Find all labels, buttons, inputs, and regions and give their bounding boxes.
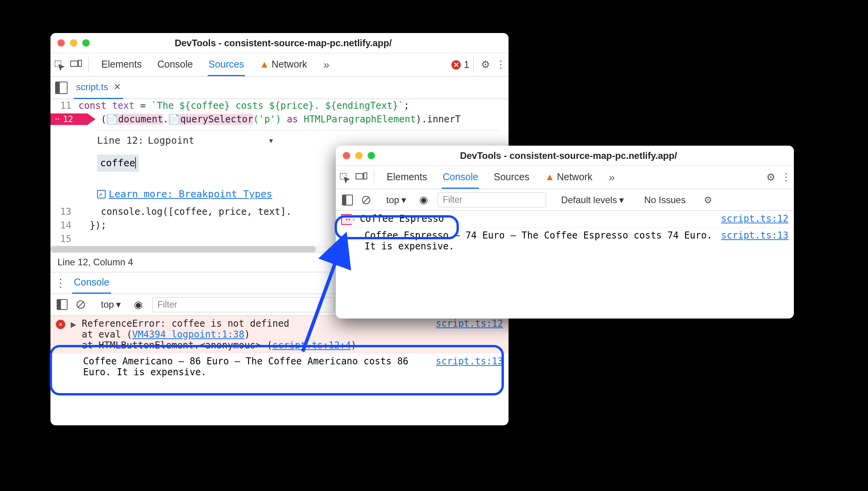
issues-link[interactable]: No Issues: [639, 195, 691, 205]
inspect-icon[interactable]: [50, 56, 68, 73]
context-selector[interactable]: top▾: [382, 195, 410, 205]
kebab-icon[interactable]: ⋮: [55, 277, 66, 289]
line-number: 13: [50, 205, 78, 219]
kebab-icon[interactable]: ⋮: [778, 171, 794, 183]
svg-rect-1: [71, 61, 78, 66]
logpoint-input[interactable]: coffee: [97, 155, 139, 172]
live-expression-icon[interactable]: ◉: [419, 194, 428, 206]
svg-line-9: [363, 197, 369, 203]
svg-line-4: [78, 302, 83, 308]
chevron-down-icon: ▾: [619, 195, 624, 205]
clear-console-icon[interactable]: [74, 298, 88, 312]
error-message: ReferenceError: coffee is not defined: [82, 318, 430, 329]
device-icon[interactable]: [68, 56, 85, 73]
source-link[interactable]: script.ts:12: [436, 318, 503, 329]
panel-tabs: Elements Console Sources ▲Network: [378, 166, 601, 189]
svg-rect-2: [78, 60, 82, 66]
device-icon[interactable]: [353, 169, 370, 186]
annotation-highlight: [335, 215, 459, 239]
error-icon: ✕: [56, 320, 65, 329]
error-circle-icon: ✕: [451, 60, 461, 70]
kebab-icon[interactable]: ⋮: [493, 59, 509, 71]
live-expression-icon[interactable]: ◉: [134, 299, 143, 311]
file-name: script.ts: [76, 82, 108, 92]
traffic-lights: [50, 39, 97, 47]
tab-network[interactable]: ▲Network: [259, 54, 308, 76]
tab-sources[interactable]: Sources: [493, 166, 530, 189]
titlebar: DevTools - consistent-source-map-pc.netl…: [50, 33, 509, 53]
source-link[interactable]: script.ts:12: [721, 213, 788, 224]
context-selector[interactable]: top▾: [97, 299, 125, 310]
tab-elements[interactable]: Elements: [101, 54, 142, 76]
close-icon[interactable]: [343, 152, 350, 159]
close-icon[interactable]: [57, 39, 65, 47]
tab-console[interactable]: Console: [156, 54, 194, 76]
cursor-position: Line 12, Column 4: [57, 257, 133, 268]
error-count[interactable]: ✕ 1: [451, 59, 469, 70]
source-link[interactable]: script.ts:13: [721, 230, 788, 241]
stack-frame: at eval (VM4394 logpoint:1:38): [82, 329, 430, 340]
chevron-down-icon[interactable]: ▾: [268, 134, 274, 148]
file-tab-script[interactable]: script.ts ✕: [74, 76, 123, 99]
drawer-tab-console[interactable]: Console: [72, 272, 111, 294]
main-toolbar: Elements Console Sources ▲Network » ⚙ ⋮: [336, 166, 794, 189]
window-title: DevTools - consistent-source-map-pc.netl…: [97, 38, 509, 49]
titlebar: DevTools - consistent-source-map-pc.netl…: [336, 146, 794, 166]
tab-elements[interactable]: Elements: [386, 166, 428, 189]
traffic-lights: [336, 152, 382, 159]
log-levels-selector[interactable]: Default levels▾: [556, 195, 629, 205]
settings-icon[interactable]: ⚙: [763, 171, 778, 183]
close-tab-icon[interactable]: ✕: [114, 82, 121, 92]
console-prompt[interactable]: ❯: [336, 254, 794, 272]
svg-rect-6: [356, 174, 363, 179]
panel-tabs: Elements Console Sources ▲Network: [93, 54, 316, 76]
settings-icon[interactable]: ⚙: [700, 195, 716, 205]
external-link-icon: [97, 190, 106, 198]
zoom-icon[interactable]: [368, 152, 375, 159]
line-number: 11: [50, 99, 78, 113]
warning-icon: ▲: [545, 171, 555, 182]
expand-icon[interactable]: ▶: [71, 319, 76, 330]
tab-network[interactable]: ▲Network: [544, 166, 593, 189]
line-number: 14: [50, 219, 78, 232]
sidebar-toggle-icon[interactable]: [55, 298, 69, 312]
tab-console[interactable]: Console: [442, 166, 479, 189]
sidebar-toggle-icon[interactable]: [55, 82, 68, 94]
clear-console-icon[interactable]: [359, 193, 373, 207]
more-tabs-icon[interactable]: »: [323, 59, 330, 71]
filter-input[interactable]: Filter: [152, 297, 334, 312]
more-tabs-icon[interactable]: »: [609, 171, 615, 184]
minimize-icon[interactable]: [355, 152, 363, 159]
chevron-down-icon: ▾: [401, 195, 406, 205]
logpoint-marker-icon[interactable]: 12: [50, 113, 95, 125]
chevron-down-icon: ▾: [116, 299, 121, 310]
file-tabs: script.ts ✕: [50, 77, 509, 99]
svg-rect-7: [364, 173, 367, 179]
stack-link[interactable]: VM4394 logpoint:1:38: [132, 329, 245, 340]
tab-sources[interactable]: Sources: [208, 54, 245, 76]
warning-icon: ▲: [260, 59, 269, 70]
settings-icon[interactable]: ⚙: [477, 59, 493, 71]
window-title: DevTools - consistent-source-map-pc.netl…: [382, 150, 794, 161]
annotation-highlight: [50, 345, 504, 395]
line-number: 15: [50, 232, 78, 246]
console-toolbar: top▾ ◉ Filter Default levels▾ No Issues …: [336, 189, 794, 211]
minimize-icon[interactable]: [70, 39, 77, 47]
filter-input[interactable]: Filter: [437, 192, 546, 207]
sidebar-toggle-icon[interactable]: [340, 193, 354, 207]
zoom-icon[interactable]: [82, 39, 90, 47]
main-toolbar: Elements Console Sources ▲Network » ✕ 1 …: [50, 53, 509, 77]
inspect-icon[interactable]: [336, 169, 353, 186]
